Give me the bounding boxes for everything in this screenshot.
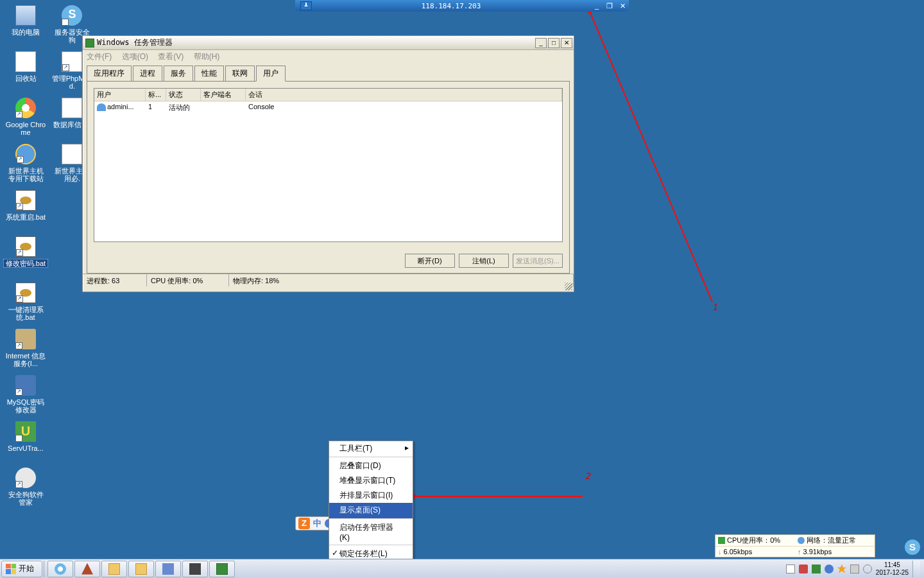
rdp-restore-button[interactable]: ❐ xyxy=(603,2,616,10)
tray-cpu: CPU使用率：0% xyxy=(727,536,780,545)
shortcut-overlay-icon xyxy=(15,389,22,396)
check-icon: ✓ xyxy=(332,548,338,557)
context-menu-item[interactable]: 显示桌面(S) xyxy=(329,503,413,519)
start-button[interactable]: 开始 xyxy=(1,561,42,577)
close-button[interactable]: ✕ xyxy=(561,38,572,48)
resize-grip[interactable] xyxy=(565,283,572,290)
disconnect-button[interactable]: 断开(D) xyxy=(405,254,455,268)
desktop-icon[interactable]: 系统重启.bat xyxy=(4,189,47,235)
network-icon xyxy=(798,537,805,544)
system-tray[interactable]: 11:45 2017-12-25 xyxy=(786,561,924,577)
tray-network-icon[interactable] xyxy=(850,565,859,574)
menu-help[interactable]: 帮助(H) xyxy=(194,52,220,61)
col-state[interactable]: 状态 xyxy=(166,89,201,101)
annotation-label-1: 1 xyxy=(713,302,718,312)
taskbar-context-menu[interactable]: 工具栏(T)▸层叠窗口(D)堆叠显示窗口(T)并排显示窗口(I)显示桌面(S)启… xyxy=(329,441,413,577)
task-manager-titlebar[interactable]: Windows 任务管理器 _ □ ✕ xyxy=(83,36,574,50)
rdp-minimize-button[interactable]: _ xyxy=(590,2,603,10)
tab-services[interactable]: 服务 xyxy=(164,66,193,82)
quicklaunch-network[interactable] xyxy=(155,561,181,577)
col-user[interactable]: 用户 xyxy=(94,89,146,101)
tray-down: 6.05kbps xyxy=(724,548,753,556)
send-message-button[interactable]: 发送消息(S)... xyxy=(513,254,563,268)
rdp-pin-button[interactable] xyxy=(300,1,312,10)
desktop-icon[interactable]: Internet 信息服务(I... xyxy=(4,328,47,374)
shortcut-overlay-icon xyxy=(15,342,22,349)
desktop-icon-label: MySQL密码修改器 xyxy=(4,398,47,414)
context-menu-item[interactable]: 启动任务管理器(K) xyxy=(329,520,413,545)
ime-logo-icon[interactable]: Z xyxy=(298,518,310,529)
taskbar-clock[interactable]: 11:45 2017-12-25 xyxy=(876,561,909,577)
maximize-button[interactable]: □ xyxy=(548,38,560,48)
task-manager-window[interactable]: Windows 任务管理器 _ □ ✕ 文件(F) 选项(O) 查看(V) 帮助… xyxy=(82,35,574,292)
bat-icon xyxy=(15,283,36,303)
tray-item[interactable] xyxy=(837,565,846,574)
desktop-icon[interactable]: MySQL密码修改器 xyxy=(4,374,47,420)
menu-view[interactable]: 查看(V) xyxy=(158,52,184,61)
shortcut-overlay-icon xyxy=(16,295,23,302)
minimize-button[interactable]: _ xyxy=(535,38,547,48)
quicklaunch-app2[interactable] xyxy=(182,561,208,577)
desktop-icon[interactable]: 我的电脑 xyxy=(4,4,47,50)
menu-file[interactable]: 文件(F) xyxy=(87,52,112,61)
desktop-icon[interactable]: UServUTra... xyxy=(4,420,47,466)
logoff-button[interactable]: 注销(L) xyxy=(459,254,509,268)
desktop[interactable]: 我的电脑回收站Google Chrome新世界主机专用下载站系统重启.bat修改… xyxy=(4,4,94,512)
shortcut-overlay-icon xyxy=(17,156,24,163)
user-list[interactable]: 用户 标... 状态 客户端名 会话 admini... 1 活动的 Conso… xyxy=(94,88,563,242)
rdp-connection-bar[interactable]: 118.184.17.203 _ ❐ ✕ xyxy=(295,0,629,12)
desktop-icon[interactable]: 新世界主机专用下载站 xyxy=(4,143,47,189)
desktop-icon-label: Internet 信息服务(I... xyxy=(4,352,47,367)
quicklaunch-app1[interactable] xyxy=(74,561,100,577)
quicklaunch-taskmgr[interactable] xyxy=(209,561,235,577)
context-menu-item[interactable]: 并排显示窗口(I) xyxy=(329,488,413,503)
tab-processes[interactable]: 进程 xyxy=(133,66,162,82)
desktop-icon[interactable]: 修改密码.bat xyxy=(4,235,47,281)
col-id[interactable]: 标... xyxy=(146,89,166,101)
tab-applications[interactable]: 应用程序 xyxy=(87,66,132,82)
desktop-icon[interactable]: 安全狗软件管家 xyxy=(4,466,47,512)
s-icon: S xyxy=(62,5,82,26)
desktop-icon-label: 一键清理系统.bat xyxy=(4,306,47,321)
tray-item[interactable] xyxy=(812,565,821,574)
context-menu-item[interactable]: 堆叠显示窗口(T) xyxy=(329,473,413,488)
tray-net: 网络：流量正常 xyxy=(807,536,856,545)
tab-performance[interactable]: 性能 xyxy=(194,66,224,82)
app-icon xyxy=(189,563,201,575)
tray-item[interactable] xyxy=(799,565,808,574)
tab-networking[interactable]: 联网 xyxy=(225,66,255,82)
desktop-icon[interactable]: 回收站 xyxy=(4,50,47,96)
ime-mode[interactable]: 中 xyxy=(313,518,321,529)
user-icon xyxy=(97,103,106,111)
show-desktop-button[interactable] xyxy=(912,561,920,577)
clock-date: 2017-12-25 xyxy=(876,569,909,577)
submenu-arrow-icon: ▸ xyxy=(405,443,409,452)
quicklaunch-explorer2[interactable] xyxy=(128,561,154,577)
desktop-icon-label: 安全狗软件管家 xyxy=(4,491,47,506)
user-row[interactable]: admini... 1 活动的 Console xyxy=(94,101,562,114)
start-label: 开始 xyxy=(19,563,34,574)
quicklaunch-browser[interactable] xyxy=(47,561,73,577)
shortcut-overlay-icon xyxy=(15,111,22,118)
desktop-icon[interactable]: Google Chrome xyxy=(4,96,47,143)
quicklaunch-explorer[interactable] xyxy=(101,561,127,577)
tray-item[interactable] xyxy=(825,565,834,574)
rdp-close-button[interactable]: ✕ xyxy=(616,2,629,10)
tray-volume-icon[interactable] xyxy=(863,565,872,574)
safedog-bubble-icon[interactable]: S xyxy=(905,539,920,555)
taskbar[interactable]: 开始 11:45 2017-12-25 xyxy=(0,559,924,578)
user-list-header[interactable]: 用户 标... 状态 客户端名 会话 xyxy=(94,89,562,101)
tray-item[interactable] xyxy=(786,565,795,574)
context-menu-item[interactable]: 工具栏(T)▸ xyxy=(329,441,413,457)
iis-icon xyxy=(15,329,36,349)
col-session[interactable]: 会话 xyxy=(246,89,562,101)
col-client[interactable]: 客户端名 xyxy=(201,89,246,101)
context-menu-item[interactable]: 层叠窗口(D) xyxy=(329,459,413,473)
safedog-tray-popup[interactable]: CPU使用率：0% 网络：流量正常 ↓6.05kbps ↑3.91kbps xyxy=(715,534,875,557)
desktop-icon[interactable]: 一键清理系统.bat xyxy=(4,281,47,328)
status-memory: 物理内存: 18% xyxy=(229,274,574,286)
txt-icon xyxy=(62,51,82,72)
tab-users[interactable]: 用户 xyxy=(256,66,286,82)
task-manager-menubar[interactable]: 文件(F) 选项(O) 查看(V) 帮助(H) xyxy=(83,50,574,62)
menu-options[interactable]: 选项(O) xyxy=(122,52,148,61)
